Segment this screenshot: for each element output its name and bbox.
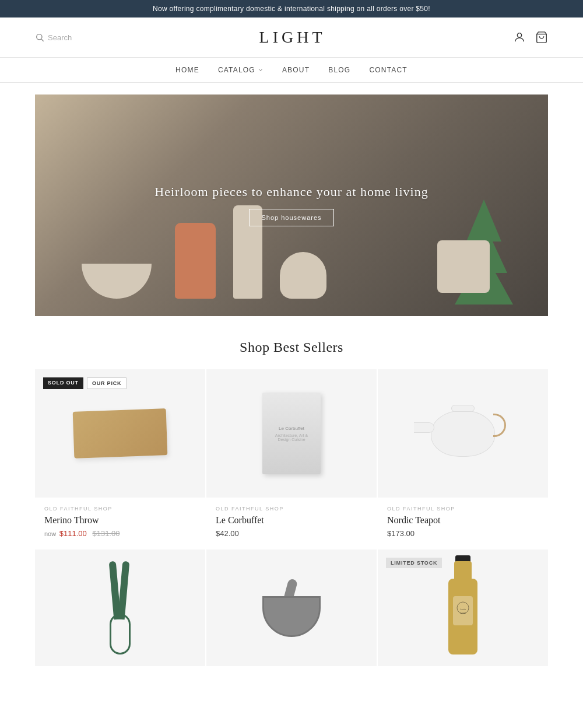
badge-our-pick: OUR PICK bbox=[87, 377, 127, 389]
svg-text:Austin: Austin bbox=[460, 608, 466, 611]
search-label: Search bbox=[48, 33, 72, 42]
badge-sold-out: SOLD OUT bbox=[43, 377, 83, 389]
product-badges-body-oil: LIMITED STOCK bbox=[386, 558, 442, 568]
product-card-merino-throw[interactable]: SOLD OUT OUR PICK OLD FAITHFUL SHOP Meri… bbox=[35, 369, 205, 548]
hero-decoration-mug bbox=[437, 240, 490, 293]
search-icon bbox=[35, 33, 44, 42]
user-account-button[interactable] bbox=[513, 31, 526, 44]
hero-cta-button[interactable]: Shop housewares bbox=[249, 209, 333, 226]
nav-item-catalog[interactable]: CATALOG bbox=[218, 66, 264, 74]
product-badges-merino-throw: SOLD OUT OUR PICK bbox=[43, 377, 127, 389]
product-brand: OLD FAITHFUL SHOP bbox=[216, 506, 367, 512]
svg-text:Austin: Austin bbox=[460, 611, 466, 614]
product-image-le-corbuffet: Le Corbuffet Architecture, Art & Design … bbox=[206, 369, 377, 498]
nav-item-blog[interactable]: BLOG bbox=[328, 66, 350, 74]
chevron-down-icon bbox=[258, 67, 264, 73]
badge-limited-stock: LIMITED STOCK bbox=[386, 558, 442, 568]
svg-point-0 bbox=[37, 34, 42, 40]
scissors-handle bbox=[110, 614, 131, 654]
svg-point-2 bbox=[517, 33, 521, 37]
bottle-label-icon: Austin Austin bbox=[455, 600, 471, 622]
search-container[interactable]: Search bbox=[35, 33, 72, 42]
bottle-body: Austin Austin bbox=[448, 579, 477, 654]
product-image-merino-throw: SOLD OUT OUR PICK bbox=[35, 369, 205, 498]
product-image-scissors bbox=[108, 561, 132, 654]
product-price: $42.00 bbox=[216, 529, 367, 538]
nav-item-contact[interactable]: CONTACT bbox=[369, 66, 408, 74]
product-name: Merino Throw bbox=[44, 515, 196, 526]
hero-decoration-vase1 bbox=[175, 223, 216, 299]
product-price: $173.00 bbox=[387, 529, 539, 538]
scissors-blade2 bbox=[118, 561, 130, 620]
product-image-mortar bbox=[257, 579, 326, 637]
price-original: $131.00 bbox=[92, 529, 120, 538]
product-image-book: Le Corbuffet Architecture, Art & Design … bbox=[262, 393, 321, 474]
product-image-nordic-teapot bbox=[378, 369, 548, 498]
product-image-scissors-area bbox=[35, 550, 205, 666]
product-card-mortar-pestle[interactable] bbox=[206, 550, 377, 666]
product-image-teapot bbox=[431, 410, 495, 457]
product-brand: OLD FAITHFUL SHOP bbox=[387, 506, 539, 512]
header: Search LIGHT bbox=[0, 18, 583, 57]
cart-button[interactable] bbox=[535, 31, 548, 44]
main-nav: HOME CATALOG ABOUT BLOG CONTACT bbox=[0, 57, 583, 83]
teapot-lid bbox=[451, 405, 475, 412]
nav-item-about[interactable]: ABOUT bbox=[282, 66, 310, 74]
user-icon bbox=[513, 31, 526, 44]
hero-title: Heirloom pieces to enhance your at home … bbox=[154, 184, 428, 200]
product-info-merino-throw: OLD FAITHFUL SHOP Merino Throw now $111.… bbox=[35, 498, 205, 548]
product-info-nordic-teapot: OLD FAITHFUL SHOP Nordic Teapot $173.00 bbox=[378, 498, 548, 548]
product-card-body-oil[interactable]: LIMITED STOCK Austin Austin bbox=[378, 550, 548, 666]
best-sellers-title: Shop Best Sellers bbox=[0, 340, 583, 355]
product-brand: OLD FAITHFUL SHOP bbox=[44, 506, 196, 512]
teapot-handle bbox=[493, 414, 506, 437]
hero-banner: Heirloom pieces to enhance your at home … bbox=[35, 94, 548, 316]
best-sellers-section: Shop Best Sellers SOLD OUT OUR PICK OLD … bbox=[0, 340, 583, 666]
price-sale: $111.00 bbox=[59, 529, 87, 538]
products-grid-row1: SOLD OUT OUR PICK OLD FAITHFUL SHOP Meri… bbox=[35, 369, 548, 548]
product-info-le-corbuffet: OLD FAITHFUL SHOP Le Corbuffet $42.00 bbox=[206, 498, 377, 548]
hero-content: Heirloom pieces to enhance your at home … bbox=[154, 184, 428, 226]
product-card-nordic-teapot[interactable]: OLD FAITHFUL SHOP Nordic Teapot $173.00 bbox=[378, 369, 548, 548]
product-name: Le Corbuffet bbox=[216, 515, 367, 526]
product-image-bottle-area: LIMITED STOCK Austin Austin bbox=[378, 550, 548, 666]
product-card-le-corbuffet[interactable]: Le Corbuffet Architecture, Art & Design … bbox=[206, 369, 377, 548]
product-name: Nordic Teapot bbox=[387, 515, 539, 526]
hero-decoration-pot bbox=[280, 252, 326, 299]
teapot-body bbox=[431, 410, 495, 457]
site-logo[interactable]: LIGHT bbox=[259, 28, 326, 47]
product-image-bottle: Austin Austin bbox=[442, 561, 483, 654]
mortar-bowl bbox=[262, 596, 321, 637]
product-image-throw bbox=[73, 408, 168, 459]
nav-item-home[interactable]: HOME bbox=[175, 66, 199, 74]
cart-icon bbox=[535, 31, 548, 44]
product-image-mortar-area bbox=[206, 550, 377, 666]
header-actions bbox=[513, 31, 548, 44]
announcement-text: Now offering complimentary domestic & in… bbox=[153, 5, 430, 13]
announcement-bar: Now offering complimentary domestic & in… bbox=[0, 0, 583, 18]
product-price: now $111.00 $131.00 bbox=[44, 529, 196, 538]
svg-line-1 bbox=[41, 39, 44, 41]
teapot-spout bbox=[414, 422, 434, 433]
products-grid-row2: LIMITED STOCK Austin Austin bbox=[35, 550, 548, 666]
product-card-scissors[interactable] bbox=[35, 550, 205, 666]
